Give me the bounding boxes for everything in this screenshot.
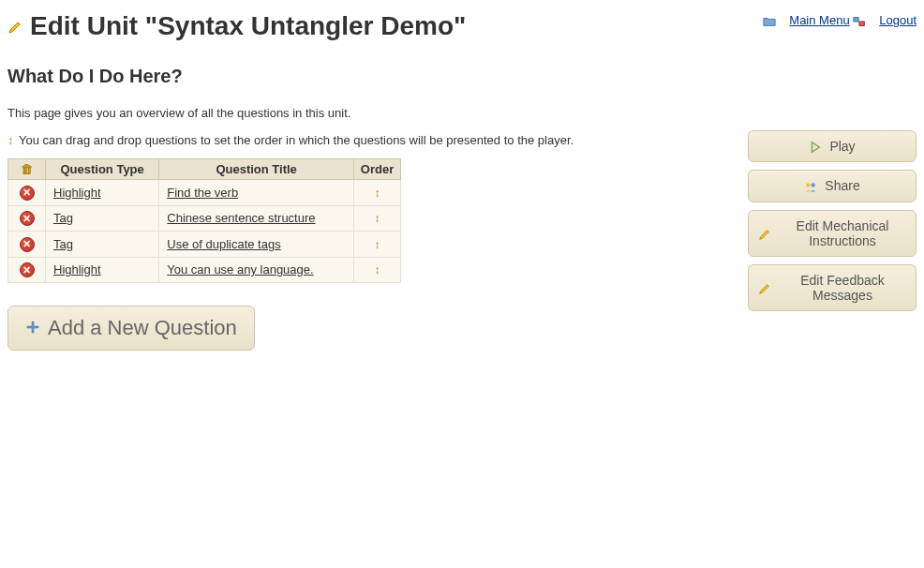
pencil-icon [758,279,771,294]
play-icon [809,139,822,154]
page-title: Edit Unit "Syntax Untangler Demo" [7,11,466,41]
type-cell: Highlight [46,257,159,283]
title-link[interactable]: Chinese sentence structure [167,211,315,225]
col-title: Question Title [159,159,354,180]
delete-cell[interactable]: ✕ [8,232,46,258]
drag-handle-icon: ↕ [375,263,380,277]
col-delete: 🗑 [8,159,46,180]
intro-text: This page gives you an overview of all t… [7,106,729,120]
svg-rect-0 [854,17,858,21]
col-type: Question Type [46,159,159,180]
delete-icon: ✕ [20,262,35,277]
title-cell: Chinese sentence structure [159,205,354,232]
edit-mechanical-label: Edit Mechanical Instructions [779,218,906,248]
svg-rect-1 [859,22,864,25]
drag-handle-icon: ↕ [375,187,380,200]
plus-icon [25,316,40,340]
delete-cell[interactable]: ✕ [8,205,46,232]
drag-info-text: You can drag and drop questions to set t… [19,133,574,147]
delete-cell[interactable]: ✕ [8,180,46,206]
table-row: ✕TagChinese sentence structure↕ [8,205,401,232]
edit-feedback-button[interactable]: Edit Feedback Messages [748,264,917,311]
type-cell: Highlight [46,180,159,206]
edit-mechanical-button[interactable]: Edit Mechanical Instructions [748,210,917,257]
delete-icon: ✕ [20,237,35,252]
type-link[interactable]: Highlight [53,262,101,277]
drag-arrow-icon: ↕ [7,134,13,147]
order-cell[interactable]: ↕ [354,180,401,206]
type-link[interactable]: Highlight [53,186,101,200]
share-label: Share [825,178,859,193]
questions-table: 🗑 Question Type Question Title Order ✕Hi… [7,158,401,283]
delete-icon: ✕ [20,186,35,201]
play-label: Play [829,139,855,154]
add-question-label: Add a New Question [48,316,237,340]
title-cell: Use of duplicate tags [159,232,354,258]
table-row: ✕TagUse of duplicate tags↕ [8,232,401,258]
edit-feedback-label: Edit Feedback Messages [779,273,906,303]
folder-icon [763,13,776,28]
top-nav: Main Menu Logout [763,7,917,28]
title-link[interactable]: Find the verb [167,186,238,200]
order-cell[interactable]: ↕ [354,205,401,232]
order-cell[interactable]: ↕ [354,232,401,258]
pencil-icon [758,225,771,240]
type-cell: Tag [46,232,159,258]
pencil-icon [7,11,22,41]
trash-icon: 🗑 [21,162,33,176]
share-button[interactable]: Share [748,170,917,202]
delete-icon: ✕ [20,211,35,226]
page-title-text: Edit Unit "Syntax Untangler Demo" [30,11,466,41]
svg-point-3 [812,183,815,187]
svg-point-2 [807,183,811,187]
title-cell: Find the verb [159,180,354,206]
people-icon [804,178,817,193]
title-link[interactable]: You can use any language. [167,262,313,277]
order-cell[interactable]: ↕ [354,257,401,283]
col-order: Order [354,159,401,180]
drag-handle-icon: ↕ [375,238,380,251]
type-link[interactable]: Tag [53,211,73,225]
table-row: ✕HighlightFind the verb↕ [8,180,401,206]
title-cell: You can use any language. [159,257,354,283]
drag-handle-icon: ↕ [375,212,380,225]
type-cell: Tag [46,205,159,232]
delete-cell[interactable]: ✕ [8,257,46,283]
logout-icon [853,13,866,28]
add-question-button[interactable]: Add a New Question [7,306,255,351]
subheading: What Do I Do Here? [7,66,917,87]
logout-link[interactable]: Logout [879,13,917,27]
table-row: ✕HighlightYou can use any language.↕ [8,257,401,283]
play-button[interactable]: Play [748,130,917,162]
drag-info: ↕ You can drag and drop questions to set… [7,133,729,147]
type-link[interactable]: Tag [53,237,73,251]
title-link[interactable]: Use of duplicate tags [167,237,280,251]
main-menu-link[interactable]: Main Menu [789,13,849,27]
